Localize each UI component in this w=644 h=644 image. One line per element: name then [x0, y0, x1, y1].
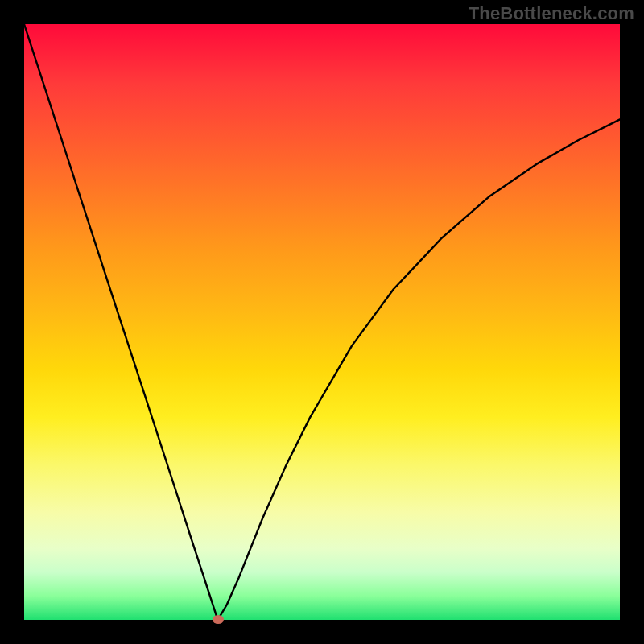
plot-area — [24, 24, 620, 620]
optimal-point-marker — [213, 615, 224, 624]
bottleneck-curve — [24, 24, 620, 620]
curve-path — [24, 24, 620, 620]
chart-frame: TheBottleneck.com — [0, 0, 644, 644]
watermark-text: TheBottleneck.com — [469, 3, 634, 24]
